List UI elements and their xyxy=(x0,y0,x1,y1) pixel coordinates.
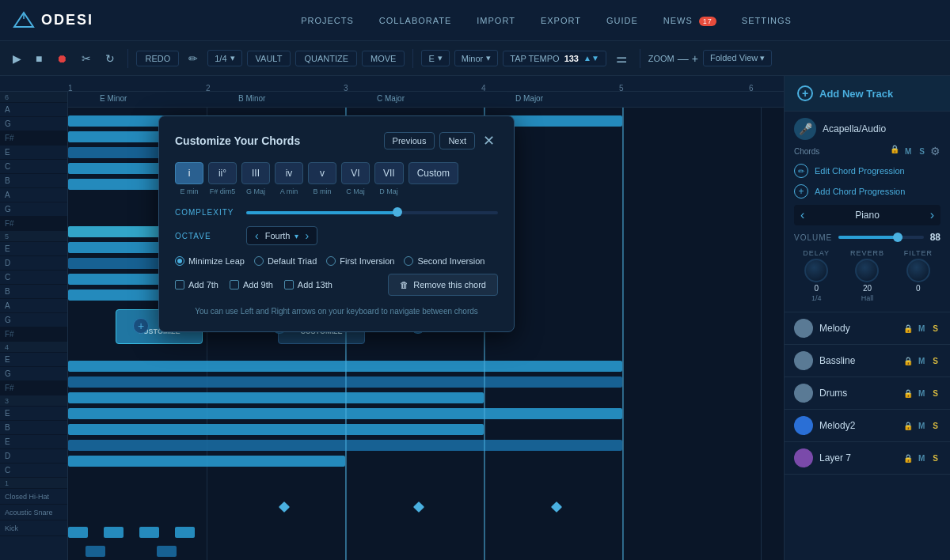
key-acoustic-snare[interactable]: Acoustic Snare xyxy=(0,505,67,520)
key-Fsharp-5[interactable]: F# xyxy=(0,327,67,342)
chord-m-button[interactable]: M xyxy=(902,145,914,157)
melody-m-button[interactable]: M xyxy=(916,323,927,335)
chord-gear-button[interactable]: ⚙ xyxy=(930,145,940,157)
melody2-lock-icon[interactable]: 🔒 xyxy=(903,422,913,430)
scale-select[interactable]: Minor ▾ xyxy=(454,50,499,66)
octave-dropdown[interactable]: ▾ xyxy=(294,232,298,240)
quantize-button[interactable]: QUANTIZE xyxy=(295,51,357,66)
key-E2-3[interactable]: E xyxy=(0,435,67,449)
key-closed-hihat[interactable]: Closed Hi-Hat xyxy=(0,489,67,505)
radio-second-inversion[interactable]: Second Inversion xyxy=(404,256,484,266)
remove-chord-button[interactable]: 🗑 Remove this chord xyxy=(388,274,498,296)
complexity-slider[interactable] xyxy=(246,211,498,214)
key-G-5[interactable]: G xyxy=(0,313,67,327)
nav-guide[interactable]: GUIDE xyxy=(606,13,638,28)
nav-projects[interactable]: PROJECTS xyxy=(301,13,354,28)
tap-tempo-box[interactable]: TAP TEMPO 133 ▲▼ xyxy=(503,51,606,66)
key-G-6[interactable]: G xyxy=(0,117,67,131)
chord-btn-vii[interactable]: VII xyxy=(374,162,404,184)
checkbox-add13th[interactable]: Add 13th xyxy=(284,280,332,289)
key-A-6[interactable]: A xyxy=(0,103,67,117)
chord-btn-vi[interactable]: VI xyxy=(341,162,370,184)
radio-minimize-leap[interactable]: Minimize Leap xyxy=(175,256,245,266)
stop-button[interactable]: ■ xyxy=(31,49,47,68)
prev-button[interactable]: Previous xyxy=(384,132,435,149)
delay-knob[interactable] xyxy=(804,259,828,282)
cut-button[interactable]: ✂ xyxy=(77,49,96,68)
checkbox-add7th[interactable]: Add 7th xyxy=(175,280,218,289)
instrument-prev-button[interactable]: ‹ xyxy=(800,208,804,222)
key-A-5[interactable]: A xyxy=(0,299,67,313)
key-Fsharp2-6[interactable]: F# xyxy=(0,217,67,231)
key-select[interactable]: E ▾ xyxy=(421,50,449,66)
key-E-4[interactable]: E xyxy=(0,353,67,367)
folded-view-select[interactable]: Folded View ▾ xyxy=(703,50,772,66)
melody2-s-button[interactable]: S xyxy=(930,420,940,432)
instrument-next-button[interactable]: › xyxy=(930,208,934,222)
drums-lock-icon[interactable]: 🔒 xyxy=(903,389,913,398)
key-G2-6[interactable]: G xyxy=(0,202,67,217)
modal-close-button[interactable]: ✕ xyxy=(480,132,498,149)
layer7-lock-icon[interactable]: 🔒 xyxy=(903,454,913,463)
chord-lock-icon[interactable]: 🔒 xyxy=(890,145,899,157)
melody2-m-button[interactable]: M xyxy=(916,420,927,432)
key-G-4[interactable]: G xyxy=(0,367,67,381)
next-button[interactable]: Next xyxy=(439,132,475,149)
key-B-6[interactable]: B xyxy=(0,174,67,188)
bassline-lock-icon[interactable]: 🔒 xyxy=(903,357,913,365)
chord-btn-v[interactable]: v xyxy=(308,162,336,184)
pencil-button[interactable]: ✏ xyxy=(184,49,203,68)
key-B-5[interactable]: B xyxy=(0,285,67,299)
key-C-6[interactable]: C xyxy=(0,160,67,174)
key-C-3[interactable]: C xyxy=(0,464,67,478)
add-chord-progression-row[interactable]: + Add Chord Progression xyxy=(794,181,940,202)
key-E-5[interactable]: E xyxy=(0,242,67,256)
note-value-select[interactable]: 1/4 ▾ xyxy=(207,50,241,66)
bassline-s-button[interactable]: S xyxy=(930,355,940,367)
nav-export[interactable]: EXPORT xyxy=(541,13,581,28)
key-D-3[interactable]: D xyxy=(0,449,67,464)
record-button[interactable]: ⏺ xyxy=(51,49,72,68)
loop-button[interactable]: ↻ xyxy=(101,49,120,68)
chord-btn-ii[interactable]: ii° xyxy=(208,162,237,184)
mixer-button[interactable]: ⚌ xyxy=(611,47,632,69)
octave-next-button[interactable]: › xyxy=(303,229,310,242)
vault-button[interactable]: VAULT xyxy=(247,51,291,66)
volume-slider[interactable] xyxy=(838,236,923,239)
radio-default-triad[interactable]: Default Triad xyxy=(254,256,317,266)
reverb-knob[interactable] xyxy=(855,259,879,282)
radio-first-inversion[interactable]: First Inversion xyxy=(326,256,394,266)
drums-s-button[interactable]: S xyxy=(930,388,940,399)
zoom-out-button[interactable]: — xyxy=(678,52,689,65)
key-Fsharp-4[interactable]: F# xyxy=(0,381,67,395)
customize-chords-modal[interactable]: Customize Your Chords Previous Next ✕ i … xyxy=(158,115,515,332)
octave-prev-button[interactable]: ‹ xyxy=(253,229,260,242)
key-kick[interactable]: Kick xyxy=(0,520,67,536)
key-C-5[interactable]: C xyxy=(0,271,67,285)
checkbox-add9th[interactable]: Add 9th xyxy=(230,280,273,289)
melody-lock-icon[interactable]: 🔒 xyxy=(903,324,913,333)
key-A2-6[interactable]: A xyxy=(0,188,67,202)
layer7-s-button[interactable]: S xyxy=(930,452,940,464)
play-button[interactable]: ▶ xyxy=(8,49,26,68)
edit-chord-progression-row[interactable]: ✏ Edit Chord Progression xyxy=(794,161,940,181)
add-chord-btn-1[interactable]: + xyxy=(133,318,149,334)
nav-settings[interactable]: SETTINGS xyxy=(742,13,792,28)
add-track-button[interactable]: + Add New Track xyxy=(785,76,950,112)
key-E-6[interactable]: E xyxy=(0,146,67,160)
drums-m-button[interactable]: M xyxy=(916,388,927,399)
filter-knob[interactable] xyxy=(906,259,930,282)
zoom-in-button[interactable]: + xyxy=(692,52,698,65)
bassline-m-button[interactable]: M xyxy=(916,355,927,367)
key-B-3[interactable]: B xyxy=(0,421,67,435)
chord-btn-custom[interactable]: Custom xyxy=(408,162,458,184)
move-button[interactable]: MOVE xyxy=(362,51,405,66)
key-D-5[interactable]: D xyxy=(0,256,67,271)
melody-s-button[interactable]: S xyxy=(930,323,940,335)
chord-btn-i[interactable]: i xyxy=(175,162,203,184)
nav-news[interactable]: NEWS 17 xyxy=(663,13,716,28)
layer7-m-button[interactable]: M xyxy=(916,452,927,464)
chord-s-button[interactable]: S xyxy=(917,145,927,157)
nav-collaborate[interactable]: COLLABORATE xyxy=(379,13,452,28)
nav-import[interactable]: IMPORT xyxy=(477,13,515,28)
